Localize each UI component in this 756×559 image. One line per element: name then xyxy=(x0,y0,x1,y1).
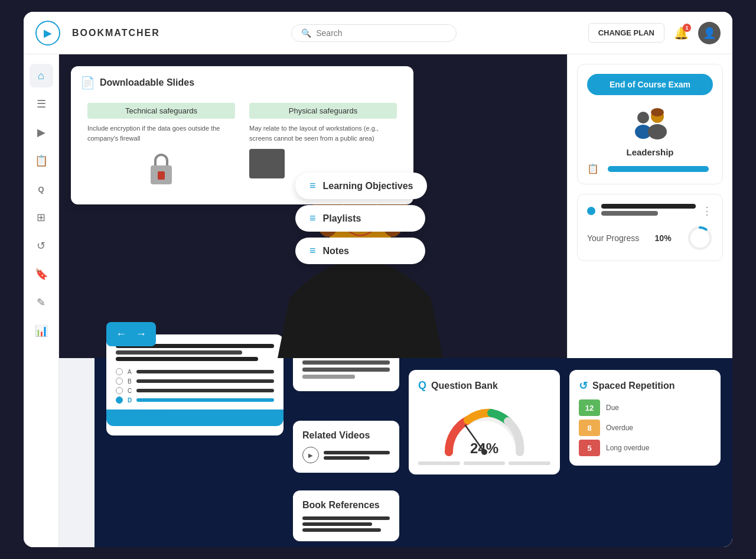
next-slide-button[interactable]: → xyxy=(136,328,146,340)
quiz-options: A B C xyxy=(116,368,274,404)
search-input[interactable] xyxy=(316,28,447,38)
svg-point-11 xyxy=(637,112,649,124)
question-bank-icon: Q xyxy=(418,379,426,392)
exp-line-3 xyxy=(302,375,355,379)
sidebar-item-bookmark[interactable]: 🔖 xyxy=(30,262,53,286)
playlists-menu-item[interactable]: ≡ Playlists xyxy=(295,205,425,232)
long-overdue-badge: 5 xyxy=(579,440,600,456)
sidebar-item-notes[interactable]: 📋 xyxy=(30,149,53,173)
list-icon: ≡ xyxy=(309,180,316,192)
spaced-repetition-card: ↺ Spaced Repetition 12 Due 8 Overdue xyxy=(569,370,721,466)
quiz-option-b[interactable]: B xyxy=(116,378,274,385)
sidebar-item-grid[interactable]: ⊞ xyxy=(30,206,53,229)
exp-line-1 xyxy=(302,360,390,365)
main-content: 📄 Downloadable Slides Technical safeguar… xyxy=(59,54,732,547)
lock-icon xyxy=(144,149,179,190)
book-ref-lines xyxy=(302,516,390,532)
svg-point-15 xyxy=(651,108,664,116)
progress-line-full xyxy=(601,204,696,209)
gauge-container: 24% xyxy=(418,399,550,457)
video-subtitle-line xyxy=(324,456,370,460)
logo-icon[interactable]: ▶ xyxy=(35,21,60,46)
option-a-line xyxy=(136,370,274,373)
sidebar-item-history[interactable]: ↺ xyxy=(30,234,53,258)
info-cards-stack: Explanation Related Videos ▶ xyxy=(293,358,399,529)
progress-percent: 10% xyxy=(655,233,672,243)
learning-objectives-menu-item[interactable]: ≡ Learning Objectives xyxy=(295,173,427,199)
related-videos-title: Related Videos xyxy=(302,430,390,441)
user-avatar[interactable]: 👤 xyxy=(698,22,721,44)
notes-menu-item[interactable]: ≡ Notes xyxy=(295,238,425,264)
svg-rect-1 xyxy=(158,171,165,180)
related-videos-card: Related Videos ▶ xyxy=(293,421,399,473)
prev-slide-button[interactable]: ← xyxy=(116,328,126,340)
sidebar-item-play[interactable]: ▶ xyxy=(30,121,53,144)
option-b-line xyxy=(136,379,274,383)
course-title: Leadership xyxy=(587,147,713,157)
book-references-title: Book References xyxy=(302,500,390,511)
video-title-line xyxy=(324,451,390,454)
notes-icon: ≡ xyxy=(309,245,316,257)
quiz-option-a[interactable]: A xyxy=(116,368,274,375)
end-of-course-button[interactable]: End of Course Exam xyxy=(587,74,713,95)
question-bank-header: Q Question Bank xyxy=(418,379,550,392)
due-badge: 12 xyxy=(579,399,600,416)
long-overdue-label: Long overdue xyxy=(606,444,649,452)
playlist-icon: ≡ xyxy=(309,212,316,225)
slide-navigation: ← → xyxy=(106,322,156,346)
quiz-option-d[interactable]: D xyxy=(116,396,274,404)
progress-label: Your Progress xyxy=(587,233,639,243)
more-options-icon[interactable]: ⋮ xyxy=(702,204,713,217)
progress-line-short xyxy=(601,211,658,216)
slide-col-technical: Technical safeguards Include encryption … xyxy=(80,98,242,195)
progress-row: ⋮ xyxy=(587,204,713,218)
spaced-row-long-overdue: 5 Long overdue xyxy=(579,440,711,456)
physical-safeguards-text: May relate to the layout of workstations… xyxy=(249,124,397,143)
book-line-3 xyxy=(302,528,381,532)
progress-circle-chart xyxy=(687,225,713,251)
sidebar-item-list[interactable]: ☰ xyxy=(30,92,53,116)
book-line-2 xyxy=(302,522,372,526)
explanation-lines xyxy=(302,360,390,379)
play-icon[interactable]: ▶ xyxy=(302,447,319,463)
bottom-section: A B C xyxy=(94,358,732,547)
search-bar[interactable]: 🔍 xyxy=(291,24,457,42)
svg-point-16 xyxy=(689,228,711,249)
gauge-line-1 xyxy=(418,462,460,465)
sidebar-item-home[interactable]: ⌂ xyxy=(30,64,53,87)
spaced-row-overdue: 8 Overdue xyxy=(579,420,711,436)
slides-icon: 📄 xyxy=(80,76,95,90)
option-c-line xyxy=(136,389,274,392)
course-progress-bar xyxy=(608,166,708,172)
sidebar-item-stats[interactable]: 📊 xyxy=(30,319,53,343)
end-of-course-card: End of Course Exam xyxy=(577,64,723,184)
question-bank-card: Q Question Bank xyxy=(409,370,560,474)
due-label: Due xyxy=(606,404,619,412)
progress-lines xyxy=(601,204,696,218)
gauge-line-2 xyxy=(464,462,506,465)
slides-title: 📄 Downloadable Slides xyxy=(80,76,404,90)
sidebar-item-pencil[interactable]: ✎ xyxy=(30,291,53,314)
gauge-line-3 xyxy=(509,462,550,465)
technical-safeguards-header: Technical safeguards xyxy=(87,103,235,119)
change-plan-button[interactable]: CHANGE PLAN xyxy=(588,23,664,43)
checkmark-icon: ✓ xyxy=(116,410,123,419)
option-b-circle xyxy=(116,378,123,385)
notification-button[interactable]: 🔔 1 xyxy=(674,26,689,40)
physical-safeguards-header: Physical safeguards xyxy=(249,103,397,119)
spaced-rep-icon: ↺ xyxy=(579,379,588,392)
brand-name: BOOKMATCHER xyxy=(72,28,160,38)
related-video-row[interactable]: ▶ xyxy=(302,447,390,463)
svg-point-14 xyxy=(648,124,667,139)
avatar-icon: 👤 xyxy=(703,27,716,40)
spaced-repetition-header: ↺ Spaced Repetition xyxy=(579,379,711,392)
progress-footer: Your Progress 10% xyxy=(587,225,713,251)
course-people-icon xyxy=(627,107,674,142)
notification-badge: 1 xyxy=(683,24,691,32)
sidebar: ⌂ ☰ ▶ 📋 Q ⊞ ↺ 🔖 ✎ 📊 xyxy=(24,54,59,547)
overdue-label: Overdue xyxy=(606,424,633,432)
quiz-option-c[interactable]: C xyxy=(116,387,274,394)
book-line-1 xyxy=(302,516,390,520)
sidebar-item-quiz[interactable]: Q xyxy=(30,177,53,201)
topbar: ▶ BOOKMATCHER 🔍 CHANGE PLAN 🔔 1 👤 xyxy=(24,12,732,54)
